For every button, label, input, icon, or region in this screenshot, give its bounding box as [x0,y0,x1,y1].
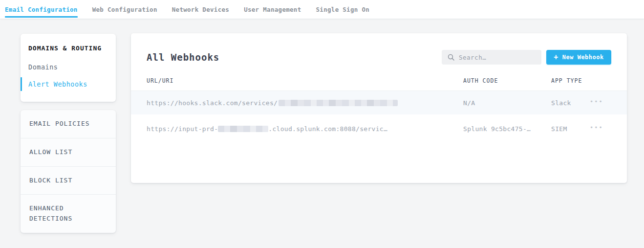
table-header-row: URL/URI AUTH CODE APP TYPE [131,71,627,90]
webhooks-panel: All Webhooks + New Webhook URL/URI AUTH … [131,33,627,183]
search-input[interactable] [459,54,536,61]
sidebar-item-email-policies[interactable]: EMAIL POLICIES [21,110,116,138]
column-header-auth-code: AUTH CODE [463,77,551,84]
url-text: https://hooks.slack.com/services/ [147,99,278,107]
table-row[interactable]: https://hooks.slack.com/services/ N/A Sl… [131,90,627,114]
sidebar-item-allow-list[interactable]: ALLOW LIST [21,138,116,167]
app-type: SIEM [551,125,590,133]
page-title: All Webhooks [147,52,219,63]
url-text: https://input-prd- [147,125,218,133]
redacted-url-segment [218,126,268,132]
plus-icon: + [554,54,558,61]
url-text: .cloud.splunk.com:8088/servic… [268,125,387,133]
tab-single-sign-on[interactable]: Single Sign On [316,0,370,19]
new-webhook-label: New Webhook [562,54,604,61]
sidebar-sections-card: EMAIL POLICIES ALLOW LIST BLOCK LIST ENH… [21,110,116,233]
domains-routing-card: DOMAINS & ROUTING Domains Alert Webhooks [21,34,116,102]
search-icon [448,54,454,61]
sidebar-item-enhanced-detections[interactable]: ENHANCED DETECTIONS [21,195,116,233]
header-controls: + New Webhook [442,50,611,65]
row-actions-menu-icon[interactable]: ••• [590,125,615,133]
search-box[interactable] [442,50,541,65]
webhook-url: https://hooks.slack.com/services/ [147,99,463,107]
tab-web-configuration[interactable]: Web Configuration [92,0,157,19]
tab-user-management[interactable]: User Management [244,0,301,19]
table-row[interactable]: https://input-prd- .cloud.splunk.com:808… [131,114,627,143]
tab-network-devices[interactable]: Network Devices [172,0,229,19]
webhook-url: https://input-prd- .cloud.splunk.com:808… [147,125,463,133]
column-header-url: URL/URI [147,77,463,84]
tab-email-configuration[interactable]: Email Configuration [5,0,78,19]
app-type: Slack [551,99,590,107]
auth-code: Splunk 9c5bc475-… [463,125,551,133]
sidebar-item-domains[interactable]: Domains [21,60,116,74]
row-actions-menu-icon[interactable]: ••• [590,99,615,107]
auth-code: N/A [463,99,551,107]
redacted-url-segment [279,100,398,106]
webhooks-table: URL/URI AUTH CODE APP TYPE https://hooks… [131,71,627,143]
column-header-app-type: APP TYPE [551,77,590,84]
webhooks-header: All Webhooks + New Webhook [131,33,627,65]
domains-routing-header: DOMAINS & ROUTING [21,45,116,52]
top-tab-bar: Email Configuration Web Configuration Ne… [0,0,644,19]
sidebar-item-block-list[interactable]: BLOCK LIST [21,167,116,195]
sidebar-item-alert-webhooks[interactable]: Alert Webhooks [21,77,116,91]
new-webhook-button[interactable]: + New Webhook [546,50,611,65]
